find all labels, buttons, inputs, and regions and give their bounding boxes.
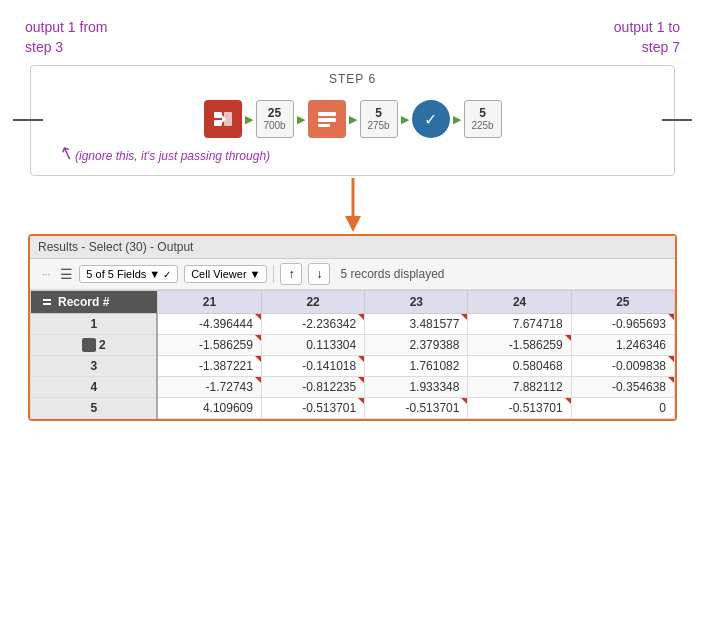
orange-arrow-container (0, 176, 705, 234)
table-row: 1-4.396444-2.2363423.4815777.674718-0.96… (31, 314, 675, 335)
step-title: STEP 6 (43, 72, 662, 86)
cell-r1-c2: 3.481577 (365, 314, 468, 335)
transform2-svg (316, 108, 338, 130)
sort-down-icon: ↓ (316, 267, 322, 281)
node-check[interactable]: ✓ (412, 100, 450, 138)
box1-bytes: 700b (263, 120, 285, 132)
cell-r4-c2: 1.933348 (365, 377, 468, 398)
cell-r5-c0: 4.109609 (157, 398, 261, 419)
results-header: Results - Select (30) - Output (30, 236, 675, 259)
transform2-icon (308, 100, 346, 138)
viewer-label: Cell Viewer (191, 268, 246, 280)
line-left (13, 119, 43, 121)
cell-r3-c0: -1.387221 (157, 356, 261, 377)
box3: 5 225b (464, 100, 502, 138)
fields-label: 5 of 5 Fields (86, 268, 146, 280)
table-row: 2-1.5862590.1133042.379388-1.5862591.246… (31, 335, 675, 356)
node-transform1[interactable] (204, 100, 242, 138)
box2-bytes: 275b (367, 120, 389, 132)
svg-rect-9 (43, 299, 51, 301)
sort-down-button[interactable]: ↓ (308, 263, 330, 285)
col-record-label: Record # (58, 295, 109, 309)
table-row: 3-1.387221-0.1410181.7610820.580468-0.00… (31, 356, 675, 377)
cell-r1-c3: 7.674718 (468, 314, 571, 335)
dots-menu[interactable]: ··· (38, 267, 54, 282)
box1: 25 700b (256, 100, 294, 138)
box2-num: 5 (375, 106, 382, 120)
col-24: 24 (468, 291, 571, 314)
svg-rect-0 (214, 112, 222, 118)
dropdown-icon1: ✓ (163, 269, 171, 280)
pipeline-row: 25 700b 5 275b (43, 92, 662, 146)
results-container: Results - Select (30) - Output ··· ☰ 5 o… (28, 234, 677, 421)
dropdown-arrow1: ▼ (149, 268, 160, 280)
cell-r2-c1: 0.113304 (261, 335, 364, 356)
box3-bytes: 225b (471, 120, 493, 132)
table-header-row: Record # 21 22 23 24 25 (31, 291, 675, 314)
transform1-icon (204, 100, 242, 138)
cell-r4-c3: 7.882112 (468, 377, 571, 398)
node-box3: 5 225b (464, 100, 502, 138)
record-cell-1: 1 (31, 314, 158, 335)
svg-rect-1 (214, 120, 222, 126)
table-row: 4-1.72743-0.8122351.9333487.882112-0.354… (31, 377, 675, 398)
cell-r5-c1: -0.513701 (261, 398, 364, 419)
arrow3 (346, 112, 360, 126)
box3-num: 5 (479, 106, 486, 120)
transform1-svg (212, 108, 234, 130)
svg-rect-5 (318, 118, 336, 122)
table-row: 54.109609-0.513701-0.513701-0.5137010 (31, 398, 675, 419)
arrow1 (242, 112, 256, 126)
viewer-dropdown[interactable]: Cell Viewer ▼ (184, 265, 267, 283)
cell-r4-c1: -0.812235 (261, 377, 364, 398)
cell-r1-c0: -4.396444 (157, 314, 261, 335)
sort-up-button[interactable]: ↑ (280, 263, 302, 285)
cell-r3-c4: -0.009838 (571, 356, 674, 377)
cell-r1-c1: -2.236342 (261, 314, 364, 335)
cell-r3-c1: -0.141018 (261, 356, 364, 377)
col-record: Record # (31, 291, 158, 314)
record-icon-svg (42, 297, 52, 307)
table-body: 1-4.396444-2.2363423.4815777.674718-0.96… (31, 314, 675, 419)
record-cell-4: 4 (31, 377, 158, 398)
line-right (662, 119, 692, 121)
col-22: 22 (261, 291, 364, 314)
arrow5 (450, 112, 464, 126)
cell-r5-c4: 0 (571, 398, 674, 419)
svg-rect-4 (318, 112, 336, 116)
cell-r2-c2: 2.379388 (365, 335, 468, 356)
results-toolbar: ··· ☰ 5 of 5 Fields ▼ ✓ Cell Viewer ▼ ↑ … (30, 259, 675, 290)
cell-r5-c2: -0.513701 (365, 398, 468, 419)
check-circle: ✓ (412, 100, 450, 138)
node-transform2[interactable] (308, 100, 346, 138)
svg-marker-8 (345, 216, 361, 232)
node-box1: 25 700b (256, 100, 294, 138)
check-icon: ✓ (424, 110, 437, 129)
cell-r2-c4: 1.246346 (571, 335, 674, 356)
sort-up-icon: ↑ (288, 267, 294, 281)
data-table: Record # 21 22 23 24 25 1-4.396444-2.236… (30, 290, 675, 419)
node-box2: 5 275b (360, 100, 398, 138)
ignore-note: ↖ (ignore this, it's just passing throug… (75, 148, 662, 163)
col-21: 21 (157, 291, 261, 314)
output-from-label: output 1 from step 3 (25, 18, 108, 57)
cell-r3-c3: 0.580468 (468, 356, 571, 377)
orange-arrow-svg (333, 176, 373, 234)
fields-dropdown[interactable]: 5 of 5 Fields ▼ ✓ (79, 265, 178, 283)
record-icon (39, 294, 55, 310)
box2: 5 275b (360, 100, 398, 138)
step6-container: STEP 6 25 700b (30, 65, 675, 176)
output-to-text: output 1 to step 7 (614, 19, 680, 55)
col-23: 23 (365, 291, 468, 314)
record-cell-2: 2 (31, 335, 158, 356)
list-icon: ☰ (60, 266, 73, 282)
cell-r1-c4: -0.965693 (571, 314, 674, 335)
toolbar-separator (273, 265, 274, 283)
cell-r2-c3: -1.586259 (468, 335, 571, 356)
cell-r2-c0: -1.586259 (157, 335, 261, 356)
dropdown-arrow2: ▼ (250, 268, 261, 280)
records-info: 5 records displayed (340, 267, 444, 281)
record-cell-5: 5 (31, 398, 158, 419)
cell-r3-c2: 1.761082 (365, 356, 468, 377)
arrow2 (294, 112, 308, 126)
